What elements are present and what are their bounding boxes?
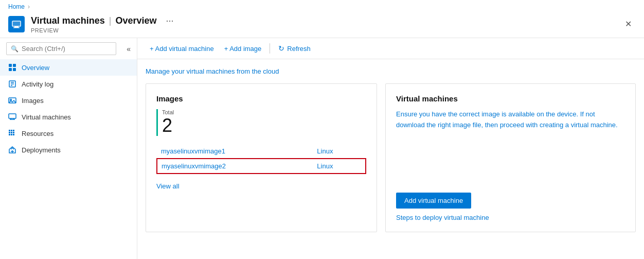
svg-rect-26 (13, 134, 14, 135)
deployments-icon (8, 146, 16, 154)
steps-deploy-link[interactable]: Steps to deploy virtual machine (396, 214, 489, 221)
vm-desc-ensure: Ensure you have the correct image is ava… (396, 110, 618, 129)
table-row[interactable]: myaselinuxvmimage1 Linux (157, 144, 366, 159)
vm-card: Virtual machines Ensure you have the cor… (385, 83, 636, 232)
svg-rect-22 (11, 132, 12, 133)
collapse-sidebar-button[interactable]: « (122, 43, 135, 55)
svg-rect-5 (13, 64, 16, 67)
svg-rect-6 (9, 68, 12, 71)
images-card: Images Total 2 myaselinuxvmimage1 Linux (146, 83, 377, 232)
resources-icon (8, 129, 16, 137)
search-icon: 🔍 (11, 45, 19, 53)
svg-rect-18 (9, 130, 10, 131)
nav-menu: Overview Activity log Images Virtual mac… (0, 59, 137, 259)
vm-icon (8, 113, 16, 121)
vm-description: Ensure you have the correct image is ava… (396, 110, 618, 129)
refresh-button[interactable]: ↻ Refresh (274, 42, 315, 55)
svg-rect-21 (9, 132, 10, 133)
page-title-vm: Virtual machines (31, 15, 105, 26)
search-input[interactable] (22, 45, 112, 53)
sidebar-item-resources[interactable]: Resources (0, 125, 137, 142)
sidebar-label-vm: Virtual machines (22, 113, 71, 121)
add-virtual-machine-toolbar-button[interactable]: + Add virtual machine (146, 43, 218, 55)
preview-badge: PREVIEW (31, 27, 177, 33)
refresh-icon: ↻ (278, 44, 284, 53)
image-type-2: Linux (313, 159, 366, 174)
svg-rect-2 (13, 27, 20, 28)
page-description: Manage your virtual machines from the cl… (146, 67, 636, 75)
sidebar-item-deployments[interactable]: Deployments (0, 142, 137, 158)
more-options-button[interactable]: ··· (163, 14, 176, 27)
breadcrumb-separator: › (28, 3, 30, 10)
sidebar-item-images[interactable]: Images (0, 92, 137, 109)
view-all-link[interactable]: View all (156, 182, 366, 190)
sidebar-label-deployments: Deployments (22, 146, 61, 154)
svg-rect-1 (14, 26, 19, 27)
sidebar-label-images: Images (22, 97, 44, 105)
svg-rect-3 (13, 22, 20, 26)
svg-rect-19 (11, 130, 12, 131)
close-button[interactable]: ✕ (621, 17, 636, 31)
add-virtual-machine-button[interactable]: Add virtual machine (396, 193, 471, 209)
add-image-button[interactable]: + Add image (220, 43, 266, 55)
svg-rect-7 (13, 68, 16, 71)
activity-log-icon (8, 80, 16, 88)
add-vm-toolbar-label: + Add virtual machine (150, 45, 214, 53)
svg-rect-23 (13, 132, 14, 133)
total-label: Total (162, 109, 366, 115)
page-title-overview: Overview (115, 15, 156, 26)
table-row-highlighted[interactable]: myaselinuxvmimage2 Linux (157, 159, 366, 174)
svg-rect-4 (9, 64, 12, 67)
svg-rect-20 (13, 130, 14, 131)
svg-rect-24 (9, 134, 10, 135)
overview-icon (8, 63, 16, 72)
add-image-label: + Add image (224, 45, 262, 53)
sidebar-label-activity-log: Activity log (22, 80, 53, 88)
toolbar-separator (270, 43, 270, 54)
svg-point-13 (10, 99, 12, 101)
app-icon (8, 16, 25, 32)
sidebar-item-activity-log[interactable]: Activity log (0, 76, 137, 92)
images-icon (8, 96, 16, 105)
total-count: 2 (162, 115, 366, 136)
sidebar-item-overview[interactable]: Overview (0, 59, 137, 76)
image-type-1: Linux (313, 144, 366, 159)
svg-rect-25 (11, 134, 12, 135)
images-table: myaselinuxvmimage1 Linux myaselinuxvmima… (156, 144, 366, 174)
svg-rect-14 (9, 114, 16, 118)
sidebar-label-resources: Resources (22, 130, 53, 137)
image-name-2: myaselinuxvmimage2 (157, 159, 313, 174)
image-name-1: myaselinuxvmimage1 (157, 144, 313, 159)
sidebar-item-virtual-machines[interactable]: Virtual machines (0, 109, 137, 125)
breadcrumb-home[interactable]: Home (8, 3, 25, 10)
images-card-title: Images (156, 94, 366, 103)
refresh-label: Refresh (287, 45, 311, 53)
vm-card-title: Virtual machines (396, 94, 625, 103)
sidebar-label-overview: Overview (22, 64, 49, 72)
